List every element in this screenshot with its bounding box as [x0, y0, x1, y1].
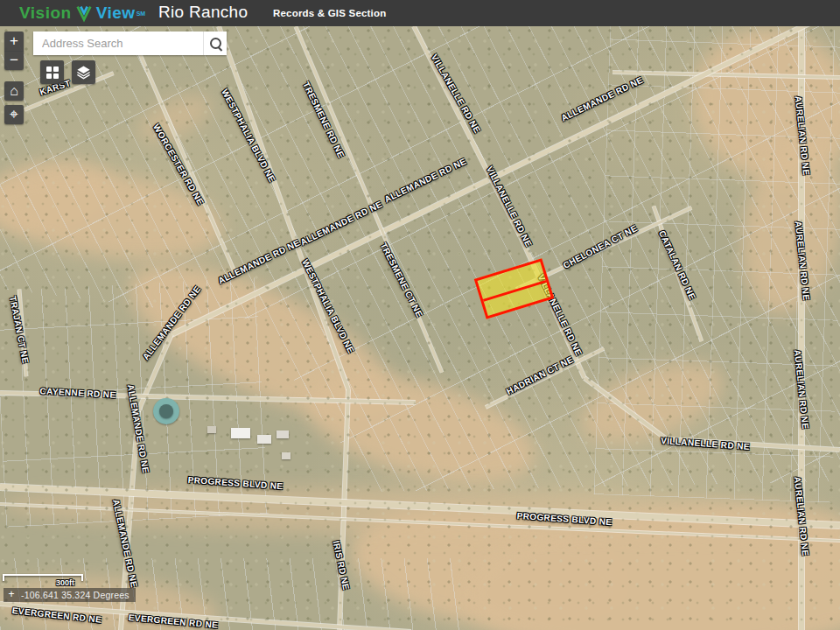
locate-crosshair-icon: ⌖ — [10, 106, 18, 123]
section-subtitle: Records & GIS Section — [273, 8, 386, 18]
coordinate-value: -106.641 35.324 Degrees — [21, 590, 130, 600]
logo-v-icon — [74, 4, 94, 23]
logo-sm-mark: SM — [136, 10, 146, 17]
search-button[interactable] — [203, 32, 227, 55]
zoom-in-button[interactable]: + — [4, 32, 24, 52]
layers-button[interactable] — [72, 60, 95, 84]
home-extent-button[interactable]: ⌂ — [4, 81, 24, 101]
page-title: Rio Rancho — [158, 3, 248, 22]
water-tank — [159, 404, 173, 418]
parcel-divider-line — [483, 280, 547, 302]
minus-icon: − — [10, 52, 18, 69]
scale-bar-label: 300ft — [56, 578, 74, 587]
basemap-grid-icon — [46, 66, 59, 79]
building — [231, 428, 250, 438]
search-input[interactable] — [33, 32, 203, 55]
layers-icon — [76, 65, 91, 80]
vision-view-logo[interactable]: Vision View SM — [19, 4, 145, 23]
building — [207, 426, 216, 433]
zoom-control-group: + − — [4, 32, 24, 70]
zoom-out-button[interactable]: − — [4, 51, 24, 70]
map-canvas[interactable]: KARSTVILLANELLE RD NEALLEMANDE RD NETRES… — [0, 26, 840, 630]
logo-text-view: View — [96, 4, 136, 23]
search-icon — [210, 38, 221, 49]
building — [276, 430, 289, 438]
basemap-gallery-button[interactable] — [40, 60, 64, 84]
coordinate-readout: + -106.641 35.324 Degrees — [4, 588, 136, 602]
top-header-bar: Vision View SM Rio Rancho Records & GIS … — [0, 0, 840, 26]
application-window: Vision View SM Rio Rancho Records & GIS … — [0, 0, 840, 630]
building — [257, 435, 271, 444]
home-icon: ⌂ — [10, 83, 18, 99]
locate-button[interactable]: ⌖ — [4, 105, 24, 124]
building — [282, 452, 290, 459]
coordinate-crosshair-icon[interactable]: + — [6, 590, 17, 600]
address-search-bar — [33, 32, 227, 55]
logo-text-vision: Vision — [19, 4, 72, 23]
plus-icon: + — [10, 32, 18, 50]
